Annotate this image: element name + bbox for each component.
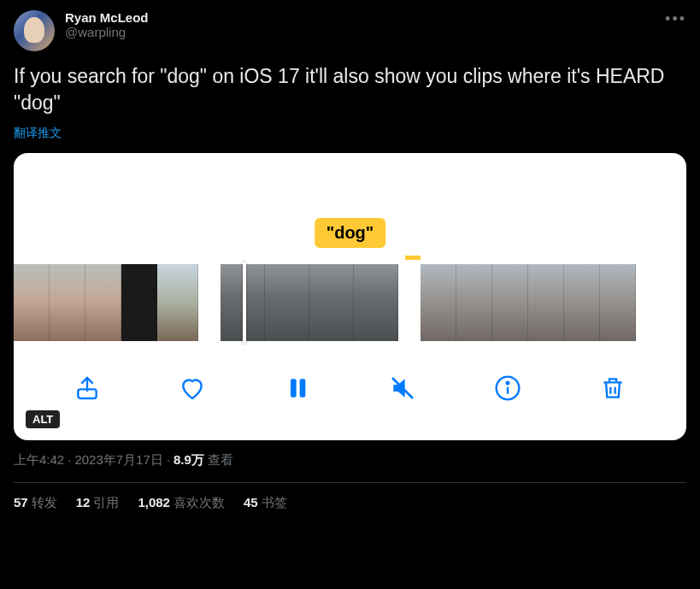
alt-badge[interactable]: ALT: [26, 410, 60, 428]
media-attachment[interactable]: "dog": [14, 153, 686, 440]
heart-icon[interactable]: [177, 373, 208, 403]
clip-frame: [528, 264, 564, 341]
tweet-body: If you search for "dog" on iOS 17 it'll …: [14, 63, 686, 116]
timeline-marker: [405, 256, 421, 260]
pause-icon[interactable]: [282, 373, 313, 403]
post-date[interactable]: 2023年7月17日: [74, 452, 162, 467]
svg-rect-1: [291, 379, 297, 397]
like-label: 喜欢次数: [174, 495, 225, 509]
video-timeline: [14, 264, 686, 341]
clip-frame: [157, 264, 198, 341]
like-count: 1,082: [138, 495, 170, 509]
clip-frame: [492, 264, 528, 341]
quote-label: 引用: [93, 495, 119, 509]
stats-row: 57转发 12引用 1,082喜欢次数 45书签: [14, 495, 686, 511]
clip-frame: [564, 264, 600, 341]
clip-frame: [354, 264, 398, 341]
playhead[interactable]: [243, 262, 246, 344]
retweet-label: 转发: [32, 495, 57, 509]
quote-stat[interactable]: 12引用: [76, 495, 120, 511]
clip-group-3: [421, 264, 636, 341]
clip-group-1: [14, 264, 198, 341]
clip-frame: [309, 264, 354, 341]
clip-frame: [14, 264, 50, 341]
svg-rect-2: [300, 379, 306, 397]
post-time[interactable]: 上午4:42: [14, 452, 64, 467]
view-count: 8.9万: [174, 452, 204, 467]
clip-frame: [121, 264, 157, 341]
avatar[interactable]: [14, 10, 55, 51]
divider: [14, 482, 686, 483]
clip-group-2: [221, 264, 398, 341]
share-icon[interactable]: [72, 373, 103, 403]
tweet-container: ••• Ryan McLeod @warpling If you search …: [0, 0, 700, 521]
clip-frame: [421, 264, 456, 341]
tweet-header: Ryan McLeod @warpling: [14, 10, 686, 51]
clip-frame: [85, 264, 121, 341]
clip-frame: [456, 264, 492, 341]
search-tag-bubble: "dog": [315, 218, 386, 248]
retweet-stat[interactable]: 57转发: [14, 495, 57, 511]
like-stat[interactable]: 1,082喜欢次数: [138, 495, 225, 511]
bookmark-stat[interactable]: 45书签: [244, 495, 287, 511]
clip-frame: [50, 264, 85, 341]
info-icon[interactable]: [492, 373, 523, 403]
handle: @warpling: [65, 25, 149, 39]
svg-point-6: [507, 382, 509, 385]
media-toolbar: [14, 358, 686, 418]
tweet-meta: 上午4:42·2023年7月17日·8.9万 查看: [14, 452, 686, 468]
clip-frame: [265, 264, 309, 341]
retweet-count: 57: [14, 495, 28, 509]
quote-count: 12: [76, 495, 91, 509]
view-label: 查看: [208, 452, 233, 467]
translate-link[interactable]: 翻译推文: [14, 126, 62, 141]
mute-icon[interactable]: [387, 373, 418, 403]
more-options-button[interactable]: •••: [665, 10, 686, 28]
author-block[interactable]: Ryan McLeod @warpling: [65, 10, 149, 39]
bookmark-label: 书签: [262, 495, 287, 509]
clip-frame: [600, 264, 636, 341]
display-name: Ryan McLeod: [65, 10, 149, 25]
bookmark-count: 45: [244, 495, 258, 509]
trash-icon[interactable]: [597, 373, 628, 403]
